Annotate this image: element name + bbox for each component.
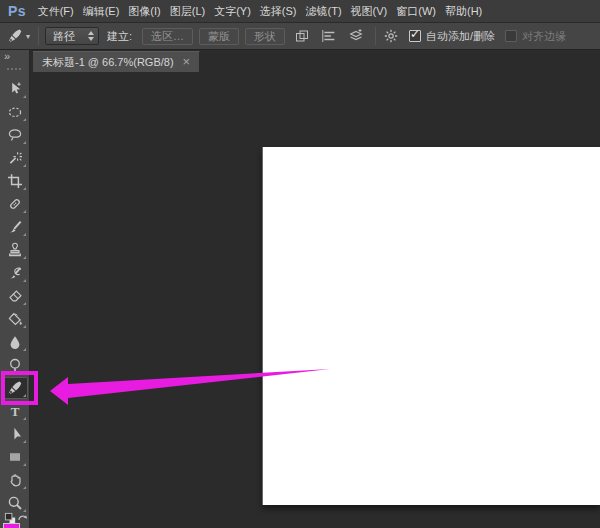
blur-tool[interactable]	[2, 331, 28, 353]
path-selection-tool[interactable]	[2, 423, 28, 445]
spot-healing-brush-tool[interactable]	[2, 193, 28, 215]
menu-item[interactable]: 视图(V)	[346, 0, 392, 22]
combine-shapes-icon[interactable]	[294, 28, 312, 44]
path-alignment-icon[interactable]	[321, 28, 339, 44]
gear-icon[interactable]	[383, 28, 401, 44]
chevron-down-icon: ▾	[26, 32, 30, 41]
tools-panel: » T	[0, 50, 30, 528]
marquee-tool[interactable]	[2, 101, 28, 123]
menu-item[interactable]: 窗口(W)	[392, 0, 441, 22]
make-shape-button[interactable]: 形状	[245, 28, 285, 45]
separator	[375, 27, 376, 45]
hand-tool[interactable]	[2, 469, 28, 491]
menu-bar: Ps 文件(F)编辑(E)图像(I)图层(L)文字(Y)选择(S)滤镜(T)视图…	[0, 0, 600, 23]
auto-add-delete-label: 自动添加/删除	[426, 29, 495, 44]
document-canvas[interactable]	[262, 147, 600, 505]
options-bar: ▾ 路径 建立: 选区… 蒙版 形状 ✓ 自动添加/删除 对齐边缘	[0, 23, 600, 50]
align-edges-label: 对齐边缘	[522, 29, 566, 44]
rectangle-tool[interactable]	[2, 446, 28, 468]
clone-stamp-tool[interactable]	[2, 239, 28, 261]
dodge-tool[interactable]	[2, 354, 28, 376]
tool-mode-select[interactable]: 路径	[45, 27, 99, 45]
menu-item[interactable]: 选择(S)	[255, 0, 301, 22]
menu-item[interactable]: 图像(I)	[124, 0, 165, 22]
photoshop-window: Ps 文件(F)编辑(E)图像(I)图层(L)文字(Y)选择(S)滤镜(T)视图…	[0, 0, 600, 528]
document-tab[interactable]: 未标题-1 @ 66.7%(RGB/8) ×	[33, 51, 200, 72]
menu-item[interactable]: 文字(Y)	[210, 0, 256, 22]
magic-wand-tool[interactable]	[2, 147, 28, 169]
canvas-area: 未标题-1 @ 66.7%(RGB/8) ×	[30, 50, 600, 528]
lasso-tool[interactable]	[2, 124, 28, 146]
document-tab-title: 未标题-1 @ 66.7%(RGB/8)	[42, 55, 174, 70]
menu-item[interactable]: 滤镜(T)	[301, 0, 346, 22]
tool-mode-value: 路径	[53, 29, 75, 44]
collapse-panel-button[interactable]: »	[4, 50, 10, 62]
menu-item[interactable]: 编辑(E)	[78, 0, 124, 22]
align-edges-checkbox[interactable]	[505, 30, 517, 42]
crop-tool[interactable]	[2, 170, 28, 192]
make-selection-button[interactable]: 选区…	[142, 28, 193, 45]
make-mask-button[interactable]: 蒙版	[199, 28, 239, 45]
separator	[38, 27, 39, 45]
menu-item[interactable]: 图层(L)	[165, 0, 209, 22]
foreground-color-swatch[interactable]	[3, 523, 20, 528]
history-brush-tool[interactable]	[2, 262, 28, 284]
pen-preset-icon	[7, 28, 23, 44]
type-tool[interactable]: T	[2, 400, 28, 422]
panel-grip[interactable]	[7, 68, 23, 70]
menu-item[interactable]: 文件(F)	[33, 0, 78, 22]
paint-bucket-tool[interactable]	[2, 308, 28, 330]
menu-item[interactable]: 帮助(H)	[440, 0, 486, 22]
photoshop-logo: Ps	[8, 3, 26, 19]
eraser-tool[interactable]	[2, 285, 28, 307]
check-icon: ✓	[410, 27, 420, 41]
path-arrangement-icon[interactable]	[348, 28, 366, 44]
make-label: 建立:	[107, 29, 132, 44]
brush-tool[interactable]	[2, 216, 28, 238]
svg-text:T: T	[11, 404, 20, 419]
pen-tool[interactable]	[2, 377, 28, 399]
close-icon[interactable]: ×	[183, 57, 191, 67]
menu-items: 文件(F)编辑(E)图像(I)图层(L)文字(Y)选择(S)滤镜(T)视图(V)…	[33, 0, 487, 22]
auto-add-delete-checkbox[interactable]: ✓	[409, 30, 421, 42]
move-tool[interactable]	[2, 78, 28, 100]
stepper-icon	[88, 31, 94, 41]
tool-preset-button[interactable]: ▾	[5, 27, 32, 45]
